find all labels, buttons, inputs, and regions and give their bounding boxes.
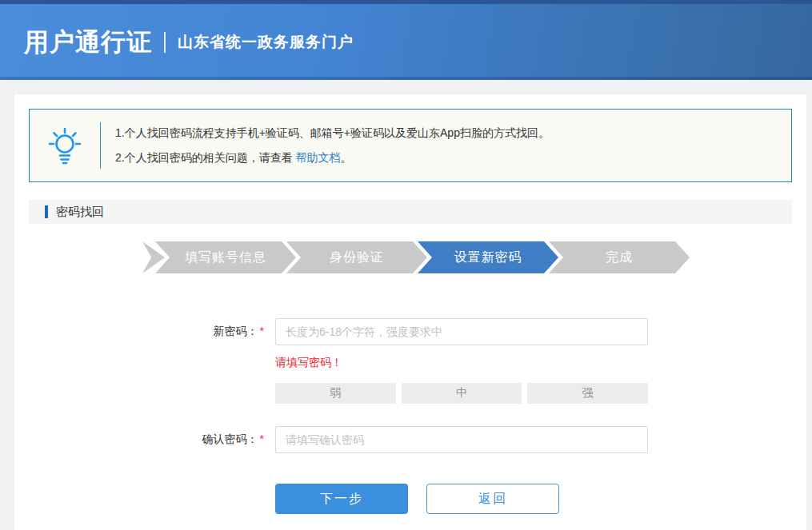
password-strength-meter: 弱 中 强 [275,383,648,404]
required-asterisk: * [260,432,264,445]
section-title-bar [45,205,48,218]
strength-medium: 中 [402,383,522,404]
step-set-new-password: 设置新密码 [418,241,558,273]
confirm-password-input[interactable] [275,426,648,453]
strength-weak: 弱 [275,383,396,404]
lightbulb-icon [30,125,100,166]
new-password-input[interactable] [275,318,648,345]
confirm-password-label: 确认密码：* [14,432,264,447]
page-header: 用户通行证 山东省统一政务服务门户 [0,0,812,80]
step-complete: 完成 [549,241,690,273]
header-top-strip [0,0,812,4]
back-button[interactable]: 返回 [426,484,559,514]
main-card: 1.个人找回密码流程支持手机+验证码、邮箱号+验证码以及爱山东App扫脸的方式找… [14,94,806,530]
notice-line-2: 2.个人找回密码的相关问题，请查看 帮助文档。 [115,145,550,170]
header-bottom-strip [0,77,812,80]
required-asterisk: * [260,325,264,337]
step-fill-account-info: 填写账号信息 [155,241,296,273]
portal-subtitle: 山东省统一政务服务门户 [178,32,354,53]
help-doc-link[interactable]: 帮助文档 [296,151,341,164]
page-title: 密码找回 [56,205,104,220]
portal-title: 用户通行证 [24,26,152,59]
step-identity-verify: 身份验证 [286,241,427,273]
password-error-text: 请填写密码！ [275,356,806,370]
strength-strong: 强 [527,383,648,404]
section-title-row: 密码找回 [29,200,792,224]
password-form: 新密码：* 请填写密码！ 弱 中 强 确认密码：* 下一步 返回 [14,318,806,514]
next-step-button[interactable]: 下一步 [275,484,408,514]
header-separator [164,32,166,53]
step-wizard: 填写账号信息 身份验证 设置新密码 完成 [142,241,806,273]
new-password-label: 新密码：* [14,325,264,339]
notice-line-1: 1.个人找回密码流程支持手机+验证码、邮箱号+验证码以及爱山东App扫脸的方式找… [115,121,550,145]
notice-box: 1.个人找回密码流程支持手机+验证码、邮箱号+验证码以及爱山东App扫脸的方式找… [29,109,792,182]
